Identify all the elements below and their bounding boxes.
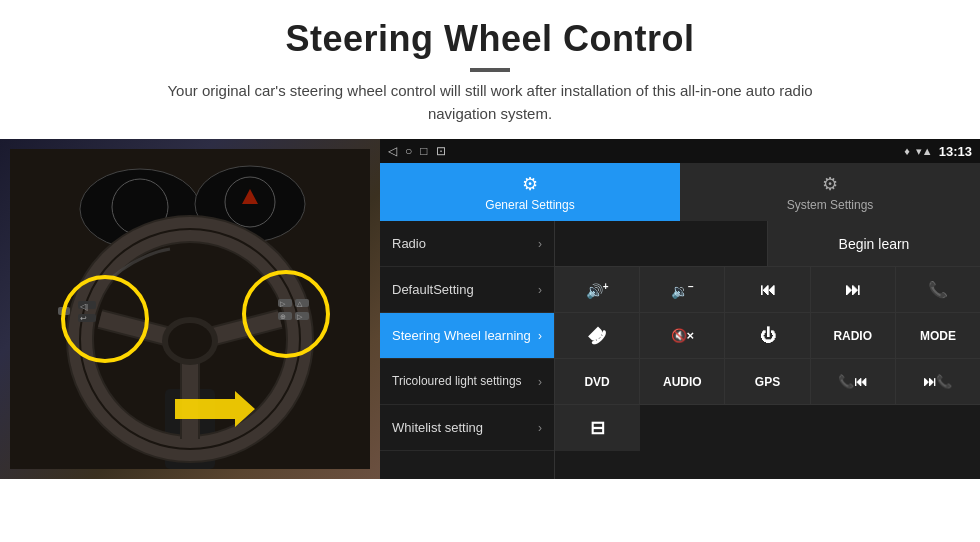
status-indicators: ♦ ▾▲ 13:13 xyxy=(904,144,972,159)
chevron-icon: › xyxy=(538,283,542,297)
hang-up-icon: ☎ xyxy=(583,322,611,350)
car-image-area: + - ◁| ↩ ▷ △ ⊕ ▷ xyxy=(0,139,380,479)
gear-icon: ⚙ xyxy=(522,173,538,195)
nav-controls: ◁ ○ □ ⊡ xyxy=(388,144,446,158)
control-row-3: DVD AUDIO GPS 📞⏮ ⏭📞 xyxy=(555,359,980,405)
nav-back-icon[interactable]: ◁ xyxy=(388,144,397,158)
default-label: DefaultSetting xyxy=(392,282,474,297)
radio-label: RADIO xyxy=(833,329,872,343)
empty-cell xyxy=(555,221,768,266)
title-divider xyxy=(470,68,510,72)
steering-label: Steering Wheel learning xyxy=(392,328,531,343)
gps-button[interactable]: GPS xyxy=(725,359,810,404)
phone-next-icon: ⏭📞 xyxy=(923,374,952,389)
menu-item-whitelist[interactable]: Whitelist setting › xyxy=(380,405,554,451)
nav-home-icon[interactable]: ○ xyxy=(405,144,412,158)
nav-recent-icon[interactable]: □ xyxy=(420,144,427,158)
dvd-label: DVD xyxy=(584,375,609,389)
menu-item-steering[interactable]: Steering Wheel learning › xyxy=(380,313,554,359)
menu-item-tricolour[interactable]: Tricoloured light settings › xyxy=(380,359,554,405)
tab-bar: ⚙ General Settings ⚙ System Settings xyxy=(380,163,980,221)
hang-up-button[interactable]: ☎ xyxy=(555,313,640,358)
prev-track-button[interactable]: ⏮ xyxy=(725,267,810,312)
right-controls: Begin learn 🔊+ 🔉− ⏮ ⏭ xyxy=(555,221,980,479)
audio-button[interactable]: AUDIO xyxy=(640,359,725,404)
gps-label: GPS xyxy=(755,375,780,389)
menu-item-radio[interactable]: Radio › xyxy=(380,221,554,267)
chevron-icon: › xyxy=(538,329,542,343)
page-header: Steering Wheel Control Your original car… xyxy=(0,0,980,139)
eq-button[interactable]: ⊟ xyxy=(555,405,640,451)
next-track-button[interactable]: ⏭ xyxy=(811,267,896,312)
vol-up-icon: 🔊+ xyxy=(586,281,609,299)
begin-learn-row: Begin learn xyxy=(555,221,980,267)
power-button[interactable]: ⏻ xyxy=(725,313,810,358)
radio-label: Radio xyxy=(392,236,426,251)
head-unit: ◁ ○ □ ⊡ ♦ ▾▲ 13:13 ⚙ General Settings ⚙ … xyxy=(380,139,980,479)
audio-label: AUDIO xyxy=(663,375,702,389)
tricolour-label: Tricoloured light settings xyxy=(392,374,522,388)
status-bar: ◁ ○ □ ⊡ ♦ ▾▲ 13:13 xyxy=(380,139,980,163)
whitelist-label: Whitelist setting xyxy=(392,420,483,435)
signal-icon: ▾▲ xyxy=(916,145,933,158)
phone-prev-button[interactable]: 📞⏮ xyxy=(811,359,896,404)
mute-icon: 🔇× xyxy=(671,328,695,343)
phone-icon: 📞 xyxy=(928,280,948,299)
chevron-icon: › xyxy=(538,237,542,251)
next-track-icon: ⏭ xyxy=(845,281,861,299)
tab-general-settings[interactable]: ⚙ General Settings xyxy=(380,163,680,221)
volume-down-button[interactable]: 🔉− xyxy=(640,267,725,312)
phone-prev-icon: 📞⏮ xyxy=(838,374,867,389)
control-row-4: ⊟ xyxy=(555,405,980,451)
volume-up-button[interactable]: 🔊+ xyxy=(555,267,640,312)
page-title: Steering Wheel Control xyxy=(20,18,960,60)
page-subtitle: Your original car's steering wheel contr… xyxy=(140,80,840,125)
system-icon: ⚙ xyxy=(822,173,838,195)
control-row-2: ☎ 🔇× ⏻ RADIO MODE xyxy=(555,313,980,359)
phone-button[interactable]: 📞 xyxy=(896,267,980,312)
chevron-icon: › xyxy=(538,421,542,435)
mode-label: MODE xyxy=(920,329,956,343)
eq-icon: ⊟ xyxy=(590,417,605,439)
mode-button[interactable]: MODE xyxy=(896,313,980,358)
svg-text:◁|: ◁| xyxy=(80,302,88,311)
menu-item-default[interactable]: DefaultSetting › xyxy=(380,267,554,313)
main-content: + - ◁| ↩ ▷ △ ⊕ ▷ ◁ xyxy=(0,139,980,479)
begin-learn-button[interactable]: Begin learn xyxy=(768,221,980,266)
clock: 13:13 xyxy=(939,144,972,159)
prev-track-icon: ⏮ xyxy=(760,281,776,299)
tab-system-label: System Settings xyxy=(787,198,874,212)
control-row-1: 🔊+ 🔉− ⏮ ⏭ 📞 xyxy=(555,267,980,313)
vol-down-icon: 🔉− xyxy=(671,281,694,299)
svg-text:⊕: ⊕ xyxy=(280,313,286,320)
svg-point-16 xyxy=(168,323,212,359)
dvd-button[interactable]: DVD xyxy=(555,359,640,404)
nav-extra-icon[interactable]: ⊡ xyxy=(436,144,446,158)
left-menu: Radio › DefaultSetting › Steering Wheel … xyxy=(380,221,555,479)
power-icon: ⏻ xyxy=(760,327,776,345)
mute-button[interactable]: 🔇× xyxy=(640,313,725,358)
location-icon: ♦ xyxy=(904,145,910,157)
svg-text:↩: ↩ xyxy=(80,314,87,323)
tab-general-label: General Settings xyxy=(485,198,574,212)
radio-button[interactable]: RADIO xyxy=(811,313,896,358)
tab-system-settings[interactable]: ⚙ System Settings xyxy=(680,163,980,221)
phone-next-button[interactable]: ⏭📞 xyxy=(896,359,980,404)
menu-controls-area: Radio › DefaultSetting › Steering Wheel … xyxy=(380,221,980,479)
chevron-icon: › xyxy=(538,375,542,389)
